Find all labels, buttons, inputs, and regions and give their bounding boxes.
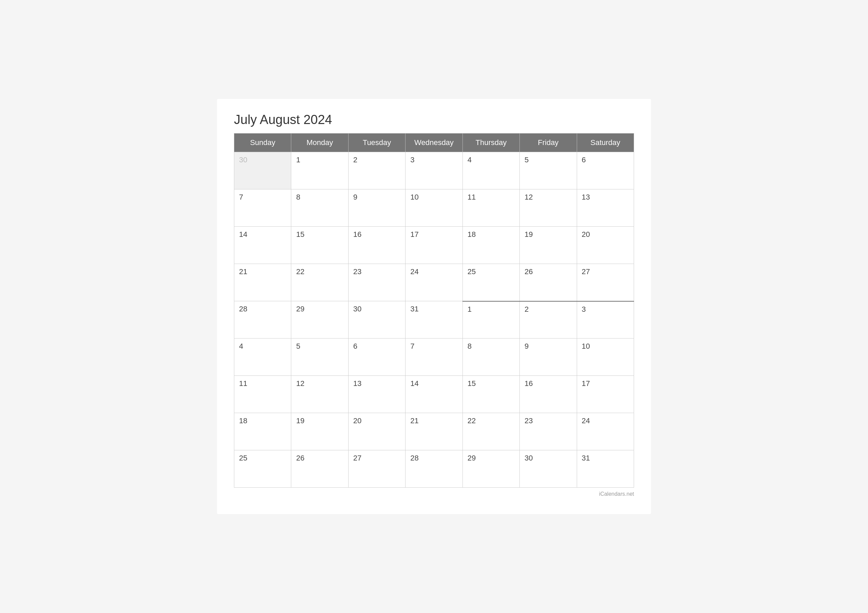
calendar-week-row: 18192021222324 [234,413,634,450]
calendar-day-cell: 29 [291,301,348,339]
calendar-week-row: 14151617181920 [234,227,634,264]
calendar-day-cell: 26 [291,450,348,488]
calendar-day-cell: 13 [348,376,405,413]
calendar-day-cell: 9 [520,339,577,376]
calendar-day-cell: 6 [348,339,405,376]
calendar-day-cell: 21 [234,264,291,301]
header-cell-monday: Monday [291,133,348,152]
calendar-day-cell: 10 [577,339,634,376]
calendar-day-cell: 7 [234,189,291,227]
calendar-day-cell: 8 [291,189,348,227]
calendar-table: SundayMondayTuesdayWednesdayThursdayFrid… [234,133,634,488]
calendar-day-cell: 5 [520,152,577,189]
calendar-day-cell: 12 [520,189,577,227]
calendar-day-cell: 14 [234,227,291,264]
header-cell-friday: Friday [520,133,577,152]
header-cell-sunday: Sunday [234,133,291,152]
calendar-day-cell: 20 [577,227,634,264]
calendar-day-cell: 18 [462,227,519,264]
calendar-day-cell: 29 [462,450,519,488]
calendar-week-row: 45678910 [234,339,634,376]
calendar-day-cell: 22 [462,413,519,450]
header-cell-saturday: Saturday [577,133,634,152]
calendar-day-cell: 24 [406,264,462,301]
calendar-day-cell: 20 [348,413,405,450]
calendar-week-row: 28293031123 [234,301,634,339]
calendar-week-row: 30123456 [234,152,634,189]
calendar-day-cell: 16 [348,227,405,264]
calendar-day-cell: 15 [291,227,348,264]
calendar-week-row: 21222324252627 [234,264,634,301]
calendar-day-cell: 4 [234,339,291,376]
calendar-day-cell: 7 [406,339,462,376]
calendar-day-cell: 21 [406,413,462,450]
calendar-day-cell: 17 [406,227,462,264]
calendar-day-cell: 25 [234,450,291,488]
calendar-week-row: 25262728293031 [234,450,634,488]
calendar-day-cell: 11 [462,189,519,227]
calendar-container: July August 2024 SundayMondayTuesdayWedn… [217,99,651,514]
calendar-day-cell: 2 [520,301,577,339]
calendar-day-cell: 26 [520,264,577,301]
calendar-day-cell: 23 [348,264,405,301]
watermark: iCalendars.net [234,491,634,497]
calendar-day-cell: 17 [577,376,634,413]
calendar-day-cell: 31 [406,301,462,339]
calendar-day-cell: 5 [291,339,348,376]
calendar-day-cell: 10 [406,189,462,227]
calendar-day-cell: 15 [462,376,519,413]
calendar-day-cell: 25 [462,264,519,301]
calendar-day-cell: 8 [462,339,519,376]
calendar-day-cell: 28 [234,301,291,339]
calendar-day-cell: 22 [291,264,348,301]
calendar-day-cell: 12 [291,376,348,413]
calendar-day-cell: 6 [577,152,634,189]
calendar-day-cell: 1 [462,301,519,339]
calendar-day-cell: 23 [520,413,577,450]
header-cell-tuesday: Tuesday [348,133,405,152]
calendar-day-cell: 19 [520,227,577,264]
calendar-day-cell: 9 [348,189,405,227]
calendar-week-row: 78910111213 [234,189,634,227]
header-cell-wednesday: Wednesday [406,133,462,152]
calendar-day-cell: 31 [577,450,634,488]
calendar-day-cell: 27 [348,450,405,488]
calendar-day-cell: 4 [462,152,519,189]
calendar-day-cell: 16 [520,376,577,413]
header-cell-thursday: Thursday [462,133,519,152]
calendar-day-cell: 13 [577,189,634,227]
calendar-day-cell: 30 [520,450,577,488]
calendar-day-cell: 27 [577,264,634,301]
calendar-day-cell: 24 [577,413,634,450]
calendar-day-cell: 18 [234,413,291,450]
calendar-header-row: SundayMondayTuesdayWednesdayThursdayFrid… [234,133,634,152]
calendar-day-cell: 28 [406,450,462,488]
calendar-day-cell: 1 [291,152,348,189]
calendar-day-cell: 30 [348,301,405,339]
calendar-day-cell: 3 [577,301,634,339]
calendar-day-cell: 30 [234,152,291,189]
calendar-title: July August 2024 [234,113,634,127]
calendar-week-row: 11121314151617 [234,376,634,413]
calendar-day-cell: 3 [406,152,462,189]
calendar-day-cell: 11 [234,376,291,413]
calendar-day-cell: 14 [406,376,462,413]
calendar-day-cell: 2 [348,152,405,189]
calendar-day-cell: 19 [291,413,348,450]
